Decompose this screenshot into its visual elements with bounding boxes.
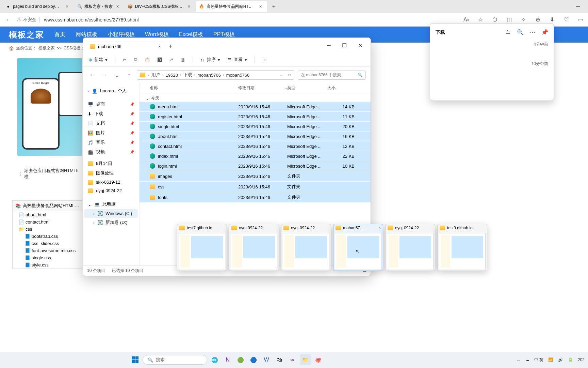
window-minimize-button[interactable]: ─ (570, 1, 586, 12)
sidebar-folder[interactable]: skk-0619-12 (84, 178, 138, 186)
start-button[interactable] (130, 354, 141, 365)
open-folder-icon[interactable]: 🗀 (505, 29, 511, 35)
sidebar-quick-item[interactable]: 🎬视频📌 (84, 147, 138, 157)
volume-icon[interactable]: 🔊 (558, 357, 563, 362)
tree-file[interactable]: 📘style.css (25, 261, 82, 269)
tree-file[interactable]: 📘css_slider.css (25, 240, 82, 247)
task-explorer[interactable]: 📁 (300, 354, 311, 365)
sidebar-folder[interactable]: oyqj-0924-22 (84, 186, 138, 195)
path-segment[interactable]: moban5766 (197, 73, 221, 78)
wifi-icon[interactable]: 📶 (548, 357, 553, 362)
pin-icon[interactable]: 📌 (130, 102, 134, 107)
system-tray[interactable]: ︿ ☁ 中 英 📶 🔊 🔋 202 (517, 357, 585, 363)
taskbar-thumbnail[interactable]: test9.github.io (437, 224, 487, 271)
taskbar-thumbnail[interactable]: oyqj-0924-22 (281, 224, 331, 271)
sidebar-folder[interactable]: 9月14日 (84, 159, 138, 168)
file-row[interactable]: register.html2023/9/16 15:46Microsoft Ed… (140, 112, 371, 122)
tree-file[interactable]: 📘bootstrap.css (25, 233, 82, 240)
nav-excel[interactable]: Excel模板 (179, 31, 203, 38)
pin-icon[interactable]: 📌 (130, 121, 134, 126)
task-word[interactable]: W (261, 354, 272, 365)
clock[interactable]: 202 (578, 357, 585, 362)
task-edge[interactable]: 🔵 (248, 354, 259, 365)
file-row[interactable]: menu.html2023/9/16 15:46Microsoft Edge .… (140, 102, 371, 112)
file-row[interactable]: css2023/9/16 15:46文件夹 (140, 182, 371, 192)
tab-close-icon[interactable]: × (115, 3, 121, 10)
preview-image[interactable]: Grilled Burger (17, 58, 82, 156)
nav-recent[interactable]: ⌄ (112, 71, 121, 79)
nav-web-templates[interactable]: 网站模板 (76, 31, 97, 38)
column-headers[interactable]: 名称 修改日期⌄ 类型 大小 (140, 83, 371, 93)
prev-template-link[interactable]: 〈 渐变色应用程式官网HTML5模 (17, 168, 82, 180)
tab-close-icon[interactable]: × (186, 3, 192, 10)
back-button[interactable]: ← (3, 14, 14, 26)
taskbar-thumbnail[interactable]: moban57...× (333, 224, 383, 271)
nav-miniapp[interactable]: 小程序模板 (108, 31, 135, 38)
close-icon[interactable]: × (378, 226, 381, 230)
tab-close-icon[interactable]: × (64, 3, 70, 10)
breadcrumb-seg[interactable]: CSS模板 (64, 45, 80, 51)
security-indicator[interactable]: ⚠ 不安全 │ (17, 17, 41, 23)
onedrive-icon[interactable]: ☁ (525, 357, 529, 362)
file-row[interactable]: contact.html2023/9/16 15:46Microsoft Edg… (140, 141, 371, 151)
group-today[interactable]: ⌄ 今天 (140, 93, 371, 102)
explorer-search[interactable]: 在 moban5766 中搜索 🔍 (298, 71, 366, 80)
tray-chevron-icon[interactable]: ︿ (517, 357, 521, 363)
task-copilot[interactable]: 🌐 (209, 354, 220, 365)
sidebar-folder[interactable]: 图像处理 (84, 168, 138, 178)
file-row[interactable]: fonts2023/9/16 15:46文件夹 (140, 192, 371, 203)
search-icon[interactable]: 🔍 (517, 29, 524, 35)
file-row[interactable]: images2023/9/16 15:46文件夹 (140, 171, 371, 182)
browser-tab-3[interactable]: 🔥 高热量快餐食品网站HTML5模板... × (196, 1, 267, 12)
paste-icon[interactable]: 📋 (145, 57, 150, 62)
task-chrome[interactable]: 🟢 (235, 354, 246, 365)
new-button[interactable]: ⊕ 新建 ▾ (88, 57, 108, 63)
site-logo[interactable]: 模板之家 (9, 29, 44, 40)
file-row[interactable]: single.html2023/9/16 15:46Microsoft Edge… (140, 122, 371, 132)
sort-button[interactable]: ↑↓ 排序 ▾ (200, 57, 220, 63)
sidebar-drive-c[interactable]: › 💽 Windows (C:) (84, 209, 138, 218)
more-icon[interactable]: ⋯ (530, 29, 535, 35)
path-bar[interactable]: « 用户› 19528› 下载› moban5766› moban5766 ⌄ … (137, 70, 294, 80)
rename-icon[interactable]: 🅰 (158, 57, 162, 62)
more-icon[interactable]: ⋯ (262, 57, 267, 62)
tree-root[interactable]: 📚 高热量快餐食品网站HTML5模板 (13, 201, 82, 211)
refresh-icon[interactable]: ⟳ (288, 73, 291, 77)
new-tab-button[interactable]: + (269, 2, 279, 11)
share-icon[interactable]: ↗ (169, 57, 173, 62)
tab-close-icon[interactable]: × (258, 3, 264, 10)
tree-folder[interactable]: 📁css (19, 226, 82, 233)
pin-icon[interactable]: 📌 (541, 29, 548, 35)
nav-word[interactable]: Word模板 (145, 31, 169, 38)
app-icon[interactable]: ▭ (576, 15, 585, 25)
battery-icon[interactable]: 🔋 (568, 357, 573, 362)
nav-back[interactable]: ← (88, 71, 97, 79)
sidebar-quick-item[interactable]: 🎵音乐📌 (84, 138, 138, 147)
pin-icon[interactable]: 📌 (130, 131, 134, 135)
delete-icon[interactable]: 🗑 (181, 57, 185, 62)
maximize-button[interactable]: ☐ (337, 40, 352, 51)
download-item-time[interactable]: 4分钟前 (436, 42, 548, 47)
file-row[interactable]: about.html2023/9/16 15:46Microsoft Edge … (140, 132, 371, 141)
browser-tab-0[interactable]: ● pages build and deployment · ke × (2, 1, 74, 12)
sidebar-quick-item[interactable]: ⬇下载📌 (84, 109, 138, 119)
copy-icon[interactable]: ⧉ (134, 57, 137, 62)
file-row[interactable]: login.html2023/9/16 15:46Microsoft Edge … (140, 161, 371, 171)
sidebar-quick-item[interactable]: 🖥️桌面📌 (84, 99, 138, 109)
browser-tab-1[interactable]: 🔍 模板之家 - 搜索 × (74, 1, 124, 12)
sidebar-pc[interactable]: ⌄ 💻 此电脑 (84, 199, 138, 209)
performance-icon[interactable]: ♡ (561, 15, 571, 25)
taskbar-thumbnail[interactable]: oyqj-0924-22 (385, 224, 435, 271)
task-vs[interactable]: ∞ (287, 354, 298, 365)
pin-icon[interactable]: 📌 (130, 140, 134, 145)
minimize-button[interactable]: ─ (321, 40, 337, 51)
path-segment[interactable]: 19528 (166, 73, 178, 78)
sidebar-user[interactable]: › 👤 haoran - 个人 (84, 86, 138, 96)
task-github[interactable]: 🐙 (313, 354, 324, 365)
tree-file[interactable]: 📘font-awesome.min.css (25, 247, 82, 254)
explorer-new-tab[interactable]: + (165, 41, 176, 51)
path-segment[interactable]: 用户 (151, 72, 160, 78)
task-store[interactable]: 🛍 (274, 354, 285, 365)
task-onenote[interactable]: N (222, 354, 233, 365)
sidebar-quick-item[interactable]: 🖼️图片📌 (84, 128, 138, 138)
